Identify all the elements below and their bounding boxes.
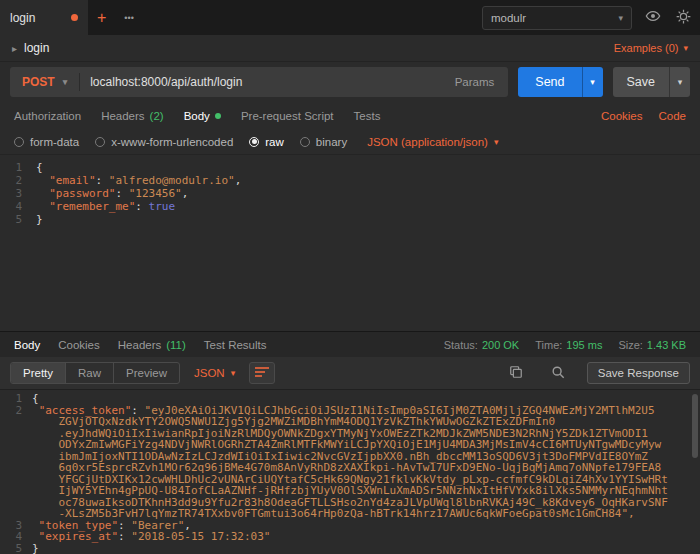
json-key: "password" <box>49 187 115 200</box>
response-actions: Save Response <box>503 361 690 385</box>
json-sep: : <box>96 174 109 187</box>
copy-response-button[interactable] <box>503 361 529 385</box>
radio-urlencoded[interactable]: x-www-form-urlencoded <box>95 136 233 148</box>
json-sep: : <box>118 530 131 543</box>
tab-options-button[interactable]: ••• <box>115 13 142 23</box>
response-tab-test-results-label: Test Results <box>204 339 267 351</box>
line-number: 2 <box>0 405 32 520</box>
code-line: 2 "access_token": "eyJ0eXAiOiJKV1QiLCJhb… <box>0 405 700 520</box>
radio-raw[interactable]: raw <box>249 136 284 148</box>
tab-pre-request-label: Pre-request Script <box>241 110 334 122</box>
json-sep: : <box>135 200 148 213</box>
radio-form-data[interactable]: form-data <box>14 136 79 148</box>
cookies-link[interactable]: Cookies <box>601 110 643 122</box>
wrap-lines-icon <box>255 366 269 381</box>
send-options-button[interactable]: ▾ <box>582 67 603 97</box>
request-tab[interactable]: login <box>0 0 88 35</box>
json-comma: , <box>182 187 189 200</box>
settings-button[interactable] <box>670 6 696 30</box>
json-sep: : <box>115 187 128 200</box>
tab-authorization[interactable]: Authorization <box>14 110 81 122</box>
response-tab-cookies[interactable]: Cookies <box>58 339 100 351</box>
status-label: Status: <box>444 339 478 351</box>
url-input[interactable] <box>80 75 440 89</box>
app-window: login + ••• modulr ▾ ▸ login Examples (0… <box>0 0 700 554</box>
size-value: 1.43 KB <box>647 339 686 351</box>
gear-icon <box>676 9 691 27</box>
headers-count-badge: (2) <box>150 110 164 122</box>
response-tab-body[interactable]: Body <box>14 339 40 351</box>
radio-binary[interactable]: binary <box>300 136 347 148</box>
status-value: 200 OK <box>482 339 519 351</box>
json-value: "123456" <box>129 187 182 200</box>
line-number: 4 <box>0 200 36 213</box>
request-title-bar: ▸ login Examples (0) ▾ <box>0 35 700 62</box>
code-line: 2 "email": "alfredo@modulr.io", <box>0 174 700 187</box>
copy-icon <box>509 365 523 382</box>
line-number: 2 <box>0 174 36 187</box>
tab-tests[interactable]: Tests <box>354 110 381 122</box>
request-tab-title: login <box>10 11 35 25</box>
response-body-viewer[interactable]: 1 { 2 "access_token": "eyJ0eXAiOiJKV1QiL… <box>0 390 700 554</box>
tab-pre-request-script[interactable]: Pre-request Script <box>241 110 334 122</box>
time-badge: Time: 195 ms <box>535 339 602 351</box>
view-pretty-button[interactable]: Pretty <box>11 363 66 383</box>
response-status-bar: Status: 200 OK Time: 195 ms Size: 1.43 K… <box>444 339 686 351</box>
brace: { <box>32 392 39 405</box>
response-format-label: JSON <box>194 367 225 379</box>
top-bar: login + ••• modulr ▾ <box>0 0 700 35</box>
code-link[interactable]: Code <box>659 110 687 122</box>
search-response-button[interactable] <box>545 361 571 385</box>
line-number: 1 <box>0 161 36 174</box>
json-value: true <box>149 200 176 213</box>
view-preview-button[interactable]: Preview <box>114 363 179 383</box>
content-type-label: JSON (application/json) <box>367 136 488 148</box>
environment-name: modulr <box>491 12 526 24</box>
method-label: POST <box>22 75 55 89</box>
scrollbar-thumb[interactable] <box>692 394 698 458</box>
radio-binary-label: binary <box>316 136 347 148</box>
save-button[interactable]: Save <box>613 67 670 97</box>
tab-headers[interactable]: Headers (2) <box>101 110 164 122</box>
request-body-editor[interactable]: 1 { 2 "email": "alfredo@modulr.io", 3 "p… <box>0 155 700 331</box>
examples-dropdown[interactable]: Examples (0) ▾ <box>614 42 688 54</box>
save-options-button[interactable]: ▾ <box>669 67 690 97</box>
radio-icon <box>95 137 105 147</box>
response-tab-headers[interactable]: Headers (11) <box>118 339 186 351</box>
environment-select[interactable]: modulr ▾ <box>482 6 632 30</box>
request-name: login <box>24 41 49 55</box>
json-comma: , <box>235 174 242 187</box>
chevron-down-icon: ▾ <box>494 137 499 147</box>
response-format-select[interactable]: JSON ▾ <box>194 367 235 379</box>
request-tabs-bar: Authorization Headers (2) Body Pre-reque… <box>0 102 700 129</box>
environment-preview-button[interactable] <box>640 6 666 30</box>
brace: } <box>32 542 39 554</box>
request-links: Cookies Code <box>601 110 686 122</box>
time-value: 195 ms <box>566 339 602 351</box>
line-number: 5 <box>0 543 32 554</box>
url-bar: POST ▾ Params Send ▾ Save ▾ <box>0 62 700 102</box>
size-badge: Size: 1.43 KB <box>618 339 686 351</box>
chevron-down-icon: ▾ <box>231 368 236 378</box>
search-icon <box>551 365 565 382</box>
response-tab-test-results[interactable]: Test Results <box>204 339 267 351</box>
save-response-button[interactable]: Save Response <box>587 362 690 384</box>
send-button[interactable]: Send <box>518 67 581 97</box>
tab-body[interactable]: Body <box>184 110 221 122</box>
collapse-chevron-icon[interactable]: ▸ <box>12 43 17 54</box>
url-box: POST ▾ Params <box>10 67 508 97</box>
params-button[interactable]: Params <box>441 76 509 88</box>
new-tab-button[interactable]: + <box>88 9 115 27</box>
save-button-group: Save ▾ <box>613 67 691 97</box>
brace: } <box>36 213 43 226</box>
word-wrap-toggle-button[interactable] <box>249 362 275 384</box>
view-raw-button[interactable]: Raw <box>66 363 114 383</box>
send-button-group: Send ▾ <box>518 67 602 97</box>
tab-tests-label: Tests <box>354 110 381 122</box>
content-type-select[interactable]: JSON (application/json) ▾ <box>367 136 498 148</box>
method-select[interactable]: POST ▾ <box>10 75 79 89</box>
response-tab-body-label: Body <box>14 339 40 351</box>
radio-form-data-label: form-data <box>30 136 79 148</box>
json-value: "alfredo@modulr.io" <box>109 174 235 187</box>
line-number: 3 <box>0 187 36 200</box>
